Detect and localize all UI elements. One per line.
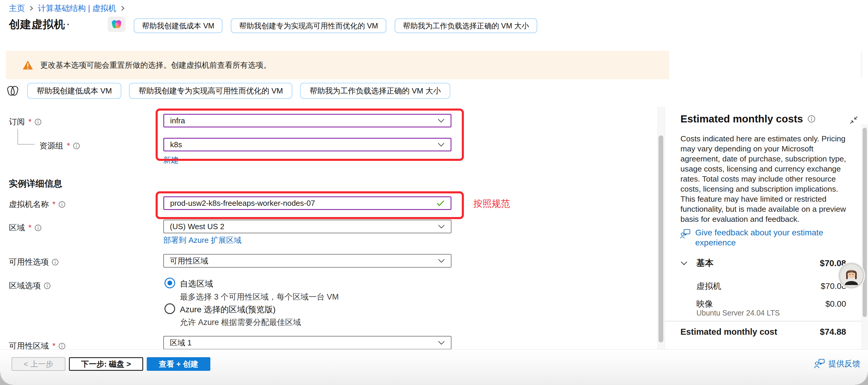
chevron-right-icon [120,5,125,12]
chevron-down-icon [438,259,445,263]
costs-disclaimer-text: Costs indicated here are estimates only.… [680,134,854,224]
indent-connector [18,144,35,145]
feedback-person-icon [814,359,825,369]
annotation-text: 按照规范 [473,197,510,210]
total-amount: $74.88 [820,327,846,337]
cost-total-row: Estimated monthly cost $74.88 [680,325,846,338]
indent-connector [18,129,18,144]
estimated-costs-panel: Estimated monthly costs Costs indicated … [669,0,861,349]
instance-details-heading: 实例详细信息 [9,178,62,190]
previous-button[interactable]: < 上一步 [11,357,65,371]
cost-group-row: 基本 $70.08 [680,257,846,270]
info-icon[interactable] [59,201,65,208]
radio-azure-selected-zones[interactable] [164,303,175,314]
avatar[interactable] [838,263,864,289]
availability-zone-dropdown[interactable]: 区域 1 [163,336,452,350]
copilot-button[interactable] [108,17,125,32]
chevron-right-icon [29,5,34,12]
subscription-label: 订阅* [9,117,41,127]
chevron-down-icon [438,224,445,229]
radio-self-selected-zones[interactable] [164,278,175,288]
chevron-down-icon [438,142,445,147]
give-feedback-link[interactable]: 提供反馈 [814,358,860,369]
info-icon[interactable] [59,343,65,350]
collapse-panel-icon[interactable] [849,115,859,126]
copilot-suggestion-high-availability-2[interactable]: 帮助我创建专为实现高可用性而优化的 VM [129,83,292,99]
next-disks-button[interactable]: 下一步: 磁盘 > [69,357,143,371]
availability-options-label: 可用性选项 [9,257,59,267]
availability-options-dropdown[interactable]: 可用性区域 [163,254,452,267]
cost-item-subtitle: Ubuntu Server 24.04 LTS [696,309,780,317]
region-dropdown[interactable]: (US) West US 2 [163,220,452,233]
warning-text: 更改基本选项可能会重置所做的选择。创建虚拟机前查看所有选项。 [40,60,271,70]
radio-description: 最多选择 3 个可用性区域，每个区域一台 VM [180,292,339,302]
cost-item-row: 虚拟机 $70.08 [680,280,846,292]
divider [665,321,861,321]
extended-zones-link[interactable]: 部署到 Azure 扩展区域 [163,235,241,246]
cost-item-row: 映像 $0.00 [680,298,846,310]
review-create-button[interactable]: 查看 + 创建 [147,357,210,371]
info-icon[interactable] [808,115,815,123]
region-label: 区域* [9,222,41,233]
copilot-suggestion-right-size[interactable]: 帮助我为工作负载选择正确的 VM 大小 [395,18,537,33]
copilot-suggestion-high-availability[interactable]: 帮助我创建专为实现高可用性而优化的 VM [231,18,386,33]
footer-bar: < 上一步 下一步: 磁盘 > 查看 + 创建 提供反馈 [0,349,868,385]
breadcrumb-home[interactable]: 主页 [9,3,25,13]
resource-group-label: 资源组* [39,140,80,151]
avatar-image [840,264,863,287]
valid-check-icon [436,200,445,206]
page-title: 创建虚拟机 [9,17,65,32]
radio-label[interactable]: Azure 选择的区域(预览版) [180,304,276,315]
breadcrumb: 主页 计算基础结构 | 虚拟机 [9,3,125,13]
copilot-outline-icon [6,84,20,98]
chevron-down-icon [438,341,445,345]
vm-name-input[interactable]: prod-usw2-k8s-freeleaps-worker-nodes-07 [163,196,452,210]
copilot-suggestion-low-cost[interactable]: 帮助我创建低成本 VM [134,18,222,33]
main-scrollbar-thumb[interactable] [658,135,663,343]
panel-scrollbar-thumb[interactable] [863,128,867,317]
warning-icon [23,60,33,70]
zone-options-label: 区域选项 [9,280,51,291]
create-new-link[interactable]: 新建 [163,155,179,165]
info-icon[interactable] [35,119,41,125]
copilot-suggestions-row2: 帮助我创建低成本 VM 帮助我创建专为实现高可用性而优化的 VM 帮助我为工作负… [6,83,450,99]
chevron-down-icon [438,119,445,123]
estimate-feedback-link[interactable]: Give feedback about your estimate experi… [680,228,855,248]
copilot-suggestion-right-size-2[interactable]: 帮助我为工作负载选择正确的 VM 大小 [300,83,450,99]
copilot-suggestion-low-cost-2[interactable]: 帮助我创建低成本 VM [27,83,121,99]
more-commands-button[interactable]: ··· [59,20,71,30]
window-corner [855,372,868,385]
create-vm-page: 主页 计算基础结构 | 虚拟机 创建虚拟机 ··· 帮助我创建低成本 [0,0,868,385]
info-icon[interactable] [73,142,80,149]
window-corner [0,372,13,385]
radio-label[interactable]: 自选区域 [180,278,213,289]
resource-group-dropdown[interactable]: k8s [163,138,452,151]
vm-name-label: 虚拟机名称* [9,199,65,210]
subscription-dropdown[interactable]: infra [163,114,452,127]
info-icon[interactable] [35,224,41,231]
breadcrumb-vm[interactable]: 计算基础结构 | 虚拟机 [38,3,116,13]
cost-amount: $0.00 [826,299,846,309]
feedback-icon [680,228,690,239]
info-icon[interactable] [52,259,59,265]
chevron-down-icon[interactable] [680,261,687,265]
costs-panel-title: Estimated monthly costs [680,113,803,125]
copilot-icon [111,19,122,30]
copilot-suggestions-row1: 帮助我创建低成本 VM 帮助我创建专为实现高可用性而优化的 VM 帮助我为工作负… [134,18,537,33]
info-icon[interactable] [44,282,51,289]
radio-description: 允许 Azure 根据需要分配最佳区域 [180,317,301,328]
